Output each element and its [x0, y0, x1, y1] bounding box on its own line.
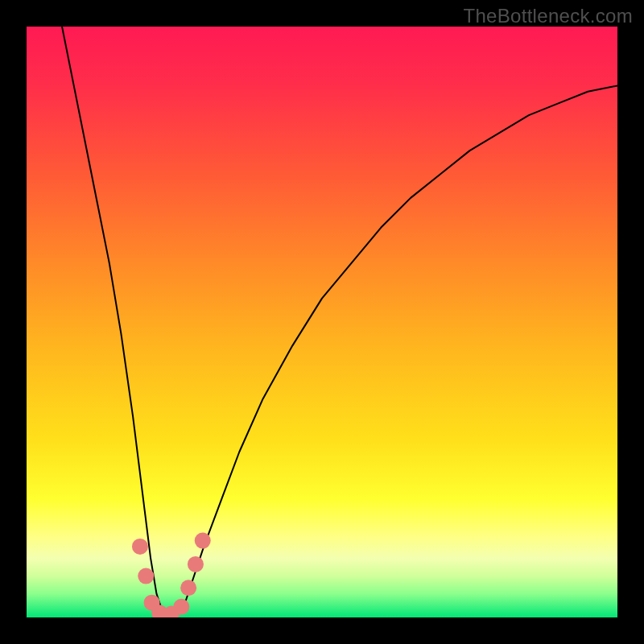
curve-marker [180, 580, 196, 596]
chart-svg [27, 27, 617, 617]
curve-marker [195, 533, 211, 549]
curve-marker [188, 556, 204, 572]
curve-marker [173, 599, 189, 615]
curve-marker [132, 539, 148, 555]
watermark-text: TheBottleneck.com [463, 5, 633, 27]
plot-area [27, 27, 617, 617]
chart-frame: TheBottleneck.com [0, 0, 644, 644]
curve-marker [138, 568, 154, 584]
